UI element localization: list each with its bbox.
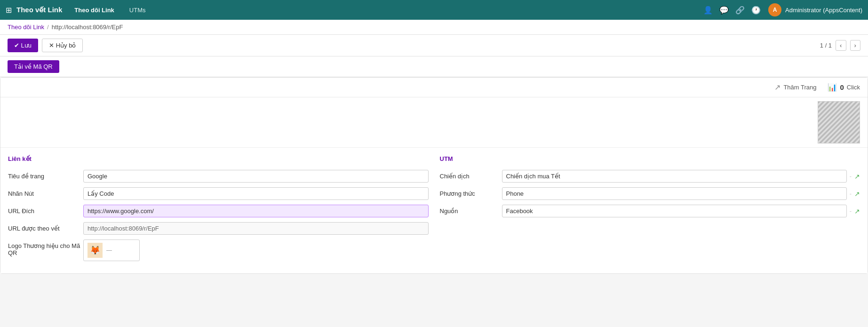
- phuong-thuc-row: Phương thức - ↗: [440, 187, 860, 200]
- qr-image-section: [0, 97, 868, 148]
- page-visit-icon: ↗: [774, 83, 780, 92]
- phuong-thuc-label: Phương thức: [440, 190, 496, 197]
- phuong-thuc-input[interactable]: [502, 187, 847, 200]
- stats-bar: ↗ Thăm Trang 📊 0 Click: [0, 78, 868, 97]
- url-dich-value: [83, 205, 429, 217]
- toolbar-right: 1 / 1 ‹ ›: [820, 40, 860, 51]
- nav-theo-doi-link[interactable]: Theo dõi Link: [72, 5, 117, 16]
- nguon-value: - ↗: [502, 205, 860, 217]
- grid-icon[interactable]: ⊞: [6, 6, 12, 15]
- toolbar-left: ✔ Lưu ✕ Hủy bỏ: [8, 39, 83, 52]
- phuong-thuc-sep: -: [850, 190, 852, 197]
- nguon-sep: -: [850, 207, 852, 215]
- url-dich-row: URL Đích: [8, 205, 429, 217]
- save-button[interactable]: ✔ Lưu: [8, 39, 38, 52]
- prev-button[interactable]: ‹: [836, 40, 846, 51]
- logo-value: 🦊 —: [83, 239, 429, 261]
- chien-dich-row: Chiến dịch - ↗: [440, 170, 860, 183]
- url-theo-vet-row: URL được theo vết: [8, 222, 429, 235]
- main-card: ↗ Thăm Trang 📊 0 Click Liên kết Tiêu đề …: [0, 77, 868, 274]
- user-menu[interactable]: A Administrator (AppsContent): [768, 3, 862, 16]
- avatar: A: [768, 3, 781, 16]
- toolbar: ✔ Lưu ✕ Hủy bỏ 1 / 1 ‹ ›: [0, 35, 868, 56]
- phuong-thuc-link-icon[interactable]: ↗: [854, 190, 860, 198]
- logo-img: 🦊: [88, 243, 103, 258]
- cancel-button[interactable]: ✕ Hủy bỏ: [42, 39, 83, 52]
- logo-emoji: 🦊: [90, 245, 100, 255]
- app-title: Theo vết Link: [16, 6, 62, 14]
- section-row: Liên kết Tiêu đề trang Nhãn Nút URL Đích: [8, 155, 860, 266]
- chien-dich-value: - ↗: [502, 170, 860, 183]
- topnav-icons: 👤 💬 🔗 🕐: [703, 6, 761, 15]
- click-count: 0: [840, 83, 844, 91]
- nhan-nut-value: [83, 187, 429, 200]
- lien-ket-title: Liên kết: [8, 155, 429, 164]
- url-dich-input[interactable]: [83, 205, 429, 217]
- chien-dich-sep: -: [850, 173, 852, 180]
- url-theo-vet-label: URL được theo vết: [8, 222, 83, 232]
- pagination: 1 / 1: [820, 42, 832, 49]
- nhan-nut-label: Nhãn Nút: [8, 187, 83, 197]
- logo-label: Logo Thương hiệu cho Mã QR: [8, 239, 83, 256]
- username: Administrator (AppsContent): [785, 7, 862, 14]
- qr-bar: Tải về Mã QR: [0, 56, 868, 77]
- url-dich-label: URL Đích: [8, 205, 83, 215]
- chat-icon[interactable]: 💬: [719, 6, 729, 15]
- download-qr-button[interactable]: Tải về Mã QR: [8, 60, 59, 73]
- tham-trang-stat: ↗ Thăm Trang: [774, 83, 816, 92]
- nhan-nut-input[interactable]: [83, 187, 429, 200]
- tieu-de-trang-value: [83, 170, 429, 183]
- qr-image: [818, 101, 860, 144]
- utm-section: UTM Chiến dịch - ↗ Phương thức - ↗: [440, 155, 860, 266]
- breadcrumb-parent[interactable]: Theo dõi Link: [8, 24, 44, 31]
- nav-utms[interactable]: UTMs: [127, 5, 149, 16]
- topnav: ⊞ Theo vết Link Theo dõi Link UTMs 👤 💬 🔗…: [0, 0, 868, 20]
- nhan-nut-row: Nhãn Nút: [8, 187, 429, 200]
- logo-row: Logo Thương hiệu cho Mã QR 🦊 —: [8, 239, 429, 261]
- chien-dich-link-icon[interactable]: ↗: [854, 173, 860, 180]
- url-theo-vet-input[interactable]: [83, 222, 429, 235]
- main-form: Liên kết Tiêu đề trang Nhãn Nút URL Đích: [0, 148, 868, 273]
- click-stat: 📊 0 Click: [828, 83, 860, 92]
- chien-dich-input[interactable]: [502, 170, 847, 183]
- bar-chart-icon: 📊: [828, 83, 837, 92]
- nguon-row: Nguồn - ↗: [440, 205, 860, 217]
- nguon-link-icon[interactable]: ↗: [854, 207, 860, 215]
- logo-upload-area[interactable]: 🦊 —: [83, 239, 140, 261]
- chien-dich-label: Chiến dịch: [440, 173, 496, 180]
- share-icon[interactable]: 🔗: [735, 6, 745, 15]
- breadcrumb: Theo dõi Link / http://localhost:8069/r/…: [0, 20, 868, 35]
- phuong-thuc-value: - ↗: [502, 187, 860, 200]
- utm-title: UTM: [440, 155, 860, 164]
- nguon-label: Nguồn: [440, 207, 496, 215]
- clock-icon[interactable]: 🕐: [751, 6, 761, 15]
- url-theo-vet-value: [83, 222, 429, 235]
- click-label: Click: [847, 84, 860, 91]
- breadcrumb-current: http://localhost:8069/r/EpF: [52, 24, 123, 31]
- lien-ket-section: Liên kết Tiêu đề trang Nhãn Nút URL Đích: [8, 155, 429, 266]
- next-button[interactable]: ›: [850, 40, 860, 51]
- nguon-input[interactable]: [502, 205, 847, 217]
- logo-remove-icon[interactable]: —: [106, 247, 112, 254]
- tham-trang-label: Thăm Trang: [783, 84, 816, 91]
- tieu-de-trang-label: Tiêu đề trang: [8, 170, 83, 180]
- breadcrumb-separator: /: [47, 24, 49, 31]
- users-icon[interactable]: 👤: [703, 6, 713, 15]
- tieu-de-trang-input[interactable]: [83, 170, 429, 183]
- tieu-de-trang-row: Tiêu đề trang: [8, 170, 429, 183]
